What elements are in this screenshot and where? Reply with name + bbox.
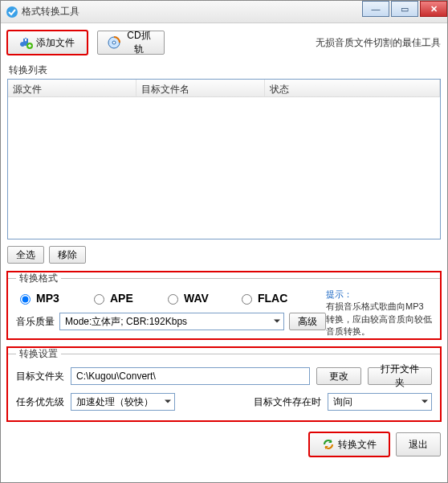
radio-flac[interactable]: FLAC <box>238 292 308 305</box>
hint-body: 有损音乐格式歌曲向MP3转换，应由较高音质向较低音质转换。 <box>326 301 432 336</box>
close-button[interactable]: ✕ <box>420 1 447 17</box>
list-body[interactable] <box>8 97 440 239</box>
col-source[interactable]: 源文件 <box>8 80 136 96</box>
hint-title: 提示： <box>326 289 352 299</box>
target-folder-label: 目标文件夹 <box>16 370 64 383</box>
format-group: 转换格式 MP3 APE WAV FLAC 提示： 有损音乐格式歌曲向MP3转换… <box>7 272 441 339</box>
refresh-icon <box>322 438 335 451</box>
target-folder-value: C:\Kugou\Convert\ <box>76 370 156 382</box>
app-icon <box>6 6 18 18</box>
on-exist-value: 询问 <box>333 395 352 409</box>
exit-button[interactable]: 退出 <box>396 432 441 456</box>
convert-label: 转换文件 <box>338 438 377 452</box>
minimize-button[interactable]: — <box>362 1 389 17</box>
open-folder-button[interactable]: 打开文件夹 <box>368 367 432 385</box>
on-exist-select[interactable]: 询问 <box>328 393 432 411</box>
list-header: 源文件 目标文件名 状态 <box>8 80 440 97</box>
radio-flac-input[interactable] <box>242 294 252 305</box>
convert-list-label: 转换列表 <box>9 63 441 77</box>
change-button[interactable]: 更改 <box>316 367 361 385</box>
convert-button[interactable]: 转换文件 <box>309 432 389 456</box>
settings-group: 转换设置 目标文件夹 C:\Kugou\Convert\ 更改 打开文件夹 任务… <box>7 347 441 421</box>
add-file-label: 添加文件 <box>36 36 75 50</box>
format-hint: 提示： 有损音乐格式歌曲向MP3转换，应由较高音质向较低音质转换。 <box>326 289 432 338</box>
cd-icon <box>108 36 120 49</box>
radio-ape-input[interactable] <box>94 294 104 305</box>
radio-mp3-label: MP3 <box>36 292 59 305</box>
priority-label: 任务优先级 <box>16 395 64 409</box>
music-add-icon <box>20 36 33 49</box>
svg-point-0 <box>6 6 18 18</box>
quality-select[interactable]: Mode:立体声; CBR:192Kbps <box>59 313 284 330</box>
col-target[interactable]: 目标文件名 <box>136 80 265 96</box>
window-title: 格式转换工具 <box>22 5 79 18</box>
remove-button[interactable]: 移除 <box>49 246 86 264</box>
maximize-button[interactable]: ▭ <box>391 1 418 17</box>
radio-wav[interactable]: WAV <box>164 292 234 305</box>
cd-rip-button[interactable]: CD抓轨 <box>97 31 165 55</box>
select-all-button[interactable]: 全选 <box>7 246 44 264</box>
settings-legend: 转换设置 <box>16 347 61 361</box>
target-folder-input[interactable]: C:\Kugou\Convert\ <box>71 367 310 385</box>
format-legend: 转换格式 <box>16 272 61 285</box>
toolbar: 添加文件 CD抓轨 无损音质文件切割的最佳工具 <box>7 27 441 59</box>
advanced-button[interactable]: 高级 <box>289 313 326 330</box>
radio-mp3[interactable]: MP3 <box>16 292 87 305</box>
on-exist-label: 目标文件存在时 <box>254 395 321 409</box>
radio-wav-label: WAV <box>184 292 209 305</box>
priority-select[interactable]: 加速处理（较快） <box>71 393 175 411</box>
quality-label: 音乐质量 <box>16 315 55 329</box>
convert-list: 源文件 目标文件名 状态 <box>7 79 441 239</box>
tagline-text: 无损音质文件切割的最佳工具 <box>316 36 441 50</box>
bottom-bar: 转换文件 退出 <box>7 432 441 456</box>
col-status[interactable]: 状态 <box>265 80 440 96</box>
radio-flac-label: FLAC <box>258 292 287 305</box>
window-titlebar: 格式转换工具 — ▭ ✕ <box>1 1 447 23</box>
priority-value: 加速处理（较快） <box>76 395 153 409</box>
add-file-button[interactable]: 添加文件 <box>7 31 88 55</box>
radio-mp3-input[interactable] <box>20 294 31 305</box>
radio-wav-input[interactable] <box>168 294 178 305</box>
cd-rip-label: CD抓轨 <box>124 29 154 56</box>
window-buttons: — ▭ ✕ <box>360 1 447 17</box>
radio-ape-label: APE <box>110 292 133 305</box>
quality-value: Mode:立体声; CBR:192Kbps <box>65 315 187 329</box>
radio-ape[interactable]: APE <box>90 292 161 305</box>
svg-point-3 <box>112 41 116 44</box>
